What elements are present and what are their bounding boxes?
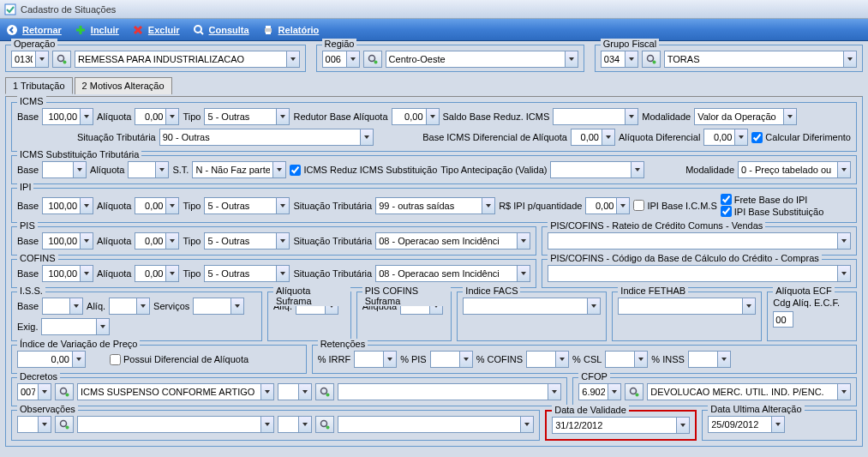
icms-saldo[interactable]: [553, 108, 638, 125]
operacao-search[interactable]: [52, 51, 71, 68]
chevron-down-icon[interactable]: [517, 233, 530, 249]
ret-cofins[interactable]: [526, 351, 569, 368]
chevron-down-icon[interactable]: [717, 352, 730, 367]
chevron-down-icon[interactable]: [276, 198, 289, 213]
ecf-val[interactable]: [773, 311, 793, 328]
chevron-down-icon[interactable]: [383, 352, 396, 367]
chevron-down-icon[interactable]: [555, 352, 568, 367]
decreto-desc[interactable]: [77, 383, 274, 400]
add-button[interactable]: Incluir: [74, 23, 119, 37]
cofins-aliq[interactable]: [135, 265, 179, 282]
chevron-down-icon[interactable]: [616, 198, 629, 213]
st-base[interactable]: [42, 161, 87, 178]
ret-pis[interactable]: [430, 351, 473, 368]
st-reduz-check[interactable]: ICMS Reduz ICMS Substituição: [290, 165, 437, 176]
chevron-down-icon[interactable]: [230, 298, 243, 314]
regiao-desc[interactable]: [386, 51, 578, 68]
decreto2-code[interactable]: [278, 383, 312, 400]
chevron-down-icon[interactable]: [426, 109, 439, 124]
chevron-down-icon[interactable]: [734, 129, 747, 145]
operacao-desc[interactable]: [75, 51, 300, 68]
icms-calcdif-check[interactable]: Calcular Diferimento: [751, 132, 851, 143]
operacao-code[interactable]: [11, 51, 49, 68]
chevron-down-icon[interactable]: [38, 384, 51, 400]
chevron-down-icon[interactable]: [165, 233, 178, 249]
chevron-down-icon[interactable]: [272, 162, 285, 177]
chevron-down-icon[interactable]: [565, 51, 578, 67]
decreto2-search[interactable]: [315, 383, 334, 400]
st-antec[interactable]: [550, 161, 644, 178]
chevron-down-icon[interactable]: [548, 384, 560, 400]
pis-aliq[interactable]: [135, 232, 179, 250]
cofins-sit[interactable]: [375, 265, 530, 282]
cofins-base[interactable]: [42, 265, 93, 282]
chevron-down-icon[interactable]: [286, 51, 299, 67]
iss-base[interactable]: [42, 298, 83, 315]
chevron-down-icon[interactable]: [136, 298, 149, 314]
cfop-search[interactable]: [625, 383, 644, 400]
ipi-frete-check[interactable]: Frete Base do IPI: [721, 194, 824, 205]
chevron-down-icon[interactable]: [520, 417, 533, 432]
chevron-down-icon[interactable]: [608, 384, 620, 400]
cofins-tipo[interactable]: [204, 265, 290, 282]
chevron-down-icon[interactable]: [517, 266, 530, 281]
chevron-down-icon[interactable]: [80, 109, 93, 124]
facs-val[interactable]: [463, 298, 601, 315]
possui-dif-check[interactable]: Possui Diferencial de Alíquota: [110, 354, 248, 365]
ret-irrf[interactable]: [354, 351, 397, 368]
cfop-desc[interactable]: [647, 383, 851, 400]
chevron-down-icon[interactable]: [298, 384, 311, 400]
ipi-base-icms-check[interactable]: IPI Base I.C.M.S: [633, 200, 716, 211]
cfop-code[interactable]: [578, 383, 621, 400]
ret-inss[interactable]: [688, 351, 731, 368]
chevron-down-icon[interactable]: [38, 417, 51, 432]
chevron-down-icon[interactable]: [360, 129, 373, 145]
tab-tributacao[interactable]: 1 Tributação: [5, 77, 73, 94]
pc-compras-combo[interactable]: [548, 265, 851, 282]
decreto2-desc[interactable]: [338, 383, 561, 400]
icms-base[interactable]: [42, 108, 93, 125]
chevron-down-icon[interactable]: [837, 384, 850, 400]
grupo-desc[interactable]: [664, 51, 857, 68]
obs-desc[interactable]: [77, 416, 274, 433]
iss-aliq[interactable]: [109, 298, 150, 315]
chevron-down-icon[interactable]: [298, 417, 311, 432]
decreto-search[interactable]: [55, 383, 74, 400]
chevron-down-icon[interactable]: [346, 51, 359, 67]
pis-tipo[interactable]: [204, 232, 290, 250]
ipi-base[interactable]: [42, 197, 93, 214]
pc-vendas-combo[interactable]: [548, 232, 851, 250]
grupo-code[interactable]: [601, 51, 638, 68]
chevron-down-icon[interactable]: [625, 51, 638, 67]
chevron-down-icon[interactable]: [771, 417, 784, 432]
chevron-down-icon[interactable]: [260, 384, 273, 400]
st-st[interactable]: [192, 161, 286, 178]
icms-tipo[interactable]: [204, 108, 290, 125]
chevron-down-icon[interactable]: [72, 352, 85, 367]
chevron-down-icon[interactable]: [783, 109, 796, 124]
chevron-down-icon[interactable]: [69, 298, 82, 314]
chevron-down-icon[interactable]: [35, 51, 48, 67]
chevron-down-icon[interactable]: [482, 198, 494, 213]
chevron-down-icon[interactable]: [80, 198, 93, 213]
chevron-down-icon[interactable]: [73, 162, 86, 177]
ipi-subst-check[interactable]: IPI Base Substituição: [721, 206, 824, 217]
chevron-down-icon[interactable]: [80, 266, 93, 281]
iss-serv[interactable]: [193, 298, 244, 315]
ipi-qty[interactable]: [585, 197, 630, 214]
chevron-down-icon[interactable]: [165, 109, 178, 124]
chevron-down-icon[interactable]: [631, 162, 644, 177]
decreto-code[interactable]: [17, 383, 51, 400]
obs2-code[interactable]: [278, 416, 312, 433]
chevron-down-icon[interactable]: [459, 352, 472, 367]
st-aliq[interactable]: [128, 161, 169, 178]
regiao-code[interactable]: [322, 51, 360, 68]
delete-button[interactable]: Excluir: [131, 23, 180, 37]
obs-code[interactable]: [17, 416, 51, 433]
chevron-down-icon[interactable]: [837, 266, 850, 281]
pis-sit[interactable]: [375, 232, 530, 250]
iss-exig[interactable]: [41, 318, 110, 335]
chevron-down-icon[interactable]: [843, 51, 856, 67]
chevron-down-icon[interactable]: [837, 233, 850, 249]
ipi-sit[interactable]: [375, 197, 495, 214]
